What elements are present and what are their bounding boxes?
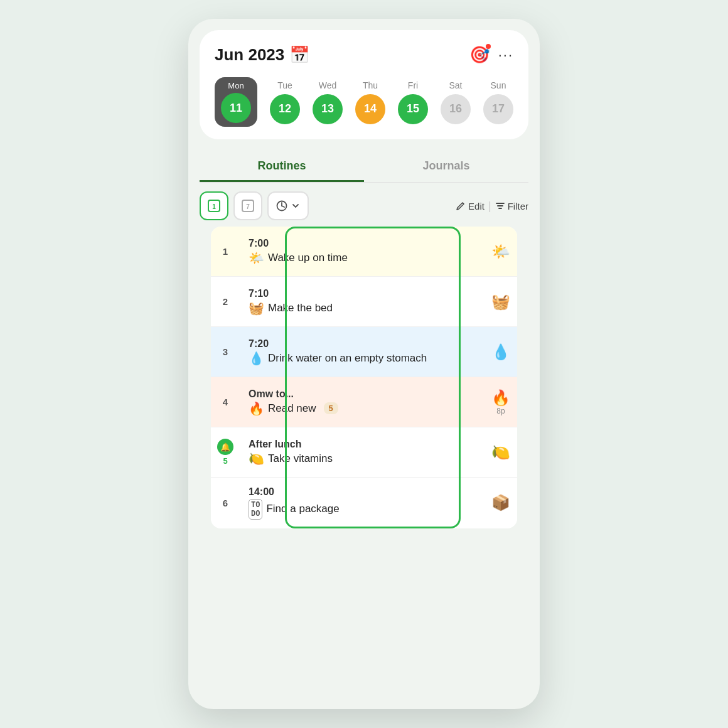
task-icon: 💧 — [491, 343, 510, 361]
day-name-mon: Mon — [228, 81, 244, 90]
row-icon: 🍋 — [484, 439, 517, 466]
task-icon: 📦 — [491, 494, 510, 511]
day-name-tue: Tue — [277, 80, 292, 90]
bell-icon: 🔔 — [220, 442, 230, 452]
tabs-bar: Routines Journals — [200, 151, 528, 182]
task-emoji: 🔥 — [249, 401, 264, 416]
row-time: 7:20 — [249, 338, 478, 350]
edit-label: Edit — [468, 201, 484, 211]
day-wed[interactable]: Wed 13 — [313, 80, 343, 124]
routine-row[interactable]: 🔔 5 After lunch 🍋 Take vitamins 🍋 — [211, 427, 517, 478]
row-task: 🧺 Make the bed — [249, 301, 478, 316]
week-calendar: Mon 11 Tue 12 Wed 13 Thu 14 Fri 1 — [215, 77, 513, 127]
row-index: 1 — [211, 238, 240, 264]
row-task: 🌤️ Wake up on time — [249, 250, 478, 265]
day-number-wed: 13 — [313, 94, 343, 124]
routine-row[interactable]: 4 Omw to... 🔥 Read new 5 🔥 8p — [211, 377, 517, 427]
task-icon: 🔥 — [491, 389, 510, 407]
row-icon: 💧 — [484, 338, 517, 366]
time-filter-button[interactable] — [267, 191, 309, 220]
row-index: 🔔 5 — [211, 431, 240, 473]
task-emoji: 🌤️ — [249, 250, 264, 265]
task-emoji: 💧 — [249, 351, 264, 366]
streak-badge: 5 — [324, 402, 338, 414]
tab-routines[interactable]: Routines — [200, 151, 364, 182]
task-name: Find a package — [266, 503, 339, 515]
row-content: 7:20 💧 Drink water on an empty stomach — [240, 329, 484, 375]
task-icon: 🍋 — [491, 444, 510, 461]
task-name: Make the bed — [268, 302, 333, 314]
day-number-mon: 11 — [221, 93, 251, 123]
row-number: 6 — [223, 498, 228, 508]
day-number-thu: 14 — [355, 94, 385, 124]
routine-row[interactable]: 3 7:20 💧 Drink water on an empty stomach… — [211, 327, 517, 377]
day-tue[interactable]: Tue 12 — [270, 80, 300, 124]
view-week-button[interactable]: 7 — [233, 191, 262, 220]
more-menu-button[interactable]: ··· — [498, 47, 513, 63]
routine-table-container: 1 7:00 🌤️ Wake up on time 🌤️ 2 — [200, 227, 528, 528]
row-icon: 🔥 8p — [484, 384, 517, 420]
day-name-fri: Fri — [408, 80, 418, 90]
row-number: 4 — [223, 397, 228, 407]
notification-dot — [486, 44, 491, 49]
row-time: 14:00 — [249, 486, 478, 498]
target-icon[interactable]: 🎯 — [469, 45, 490, 65]
svg-text:7: 7 — [246, 203, 250, 210]
day-number-fri: 15 — [398, 94, 428, 124]
filter-label: Filter — [508, 201, 528, 211]
row-task: 🍋 Take vitamins — [249, 451, 478, 466]
view-toolbar: 1 7 Edit — [200, 191, 528, 220]
day-fri[interactable]: Fri 15 — [398, 80, 428, 124]
row-time: 7:00 — [249, 238, 478, 249]
day-sat[interactable]: Sat 16 — [441, 80, 471, 124]
day-name-sat: Sat — [449, 80, 462, 90]
routine-row[interactable]: 6 14:00 TODO Find a package 📦 — [211, 478, 517, 528]
edit-button[interactable]: Edit — [456, 201, 484, 211]
day-mon[interactable]: Mon 11 — [215, 77, 257, 127]
row-content: 7:10 🧺 Make the bed — [240, 279, 484, 324]
row-task: 💧 Drink water on an empty stomach — [249, 351, 478, 366]
row-number: 1 — [223, 246, 228, 257]
row-task: TODO Find a package — [249, 499, 478, 520]
row-sublabel: 8p — [496, 407, 505, 415]
task-icon: 🧺 — [491, 293, 510, 311]
row-task: 🔥 Read new 5 — [249, 401, 478, 416]
row-time: After lunch — [249, 439, 478, 450]
routine-row[interactable]: 2 7:10 🧺 Make the bed 🧺 — [211, 277, 517, 327]
task-name: Take vitamins — [268, 452, 333, 465]
row-index: 6 — [211, 490, 240, 516]
day-number-tue: 12 — [270, 94, 300, 124]
routine-row[interactable]: 1 7:00 🌤️ Wake up on time 🌤️ — [211, 227, 517, 277]
day-name-thu: Thu — [363, 80, 378, 90]
month-label: Jun 2023 — [215, 45, 284, 65]
row-icon: 🌤️ — [484, 238, 517, 265]
bell-badge: 🔔 — [217, 439, 233, 455]
todo-badge: TODO — [249, 499, 262, 520]
row-time: 7:10 — [249, 288, 478, 299]
day-number-sat: 16 — [441, 94, 471, 124]
row-icon: 🧺 — [484, 288, 517, 316]
toolbar-actions: Edit | Filter — [456, 200, 528, 213]
toolbar-divider: | — [488, 200, 491, 213]
row-index: 4 — [211, 389, 240, 415]
tab-journals[interactable]: Journals — [364, 151, 528, 182]
filter-button[interactable]: Filter — [495, 201, 528, 211]
row-index: 3 — [211, 339, 240, 365]
row-icon: 📦 — [484, 489, 517, 517]
svg-line-6 — [282, 206, 284, 207]
row-time: Omw to... — [249, 388, 478, 400]
calendar-icon[interactable]: 📅 — [289, 45, 309, 65]
row-index: 2 — [211, 289, 240, 314]
task-name: Drink water on an empty stomach — [268, 352, 427, 365]
row-content: 7:00 🌤️ Wake up on time — [240, 229, 484, 274]
day-sun[interactable]: Sun 17 — [483, 80, 513, 124]
row-content: Omw to... 🔥 Read new 5 — [240, 380, 484, 425]
task-name: Wake up on time — [268, 252, 348, 264]
task-emoji: 🧺 — [249, 301, 264, 316]
day-name-wed: Wed — [319, 80, 337, 90]
row-content: 14:00 TODO Find a package — [240, 478, 484, 528]
day-name-sun: Sun — [491, 80, 506, 90]
view-day-button[interactable]: 1 — [200, 191, 228, 220]
day-thu[interactable]: Thu 14 — [355, 80, 385, 124]
row-number: 2 — [223, 296, 228, 307]
